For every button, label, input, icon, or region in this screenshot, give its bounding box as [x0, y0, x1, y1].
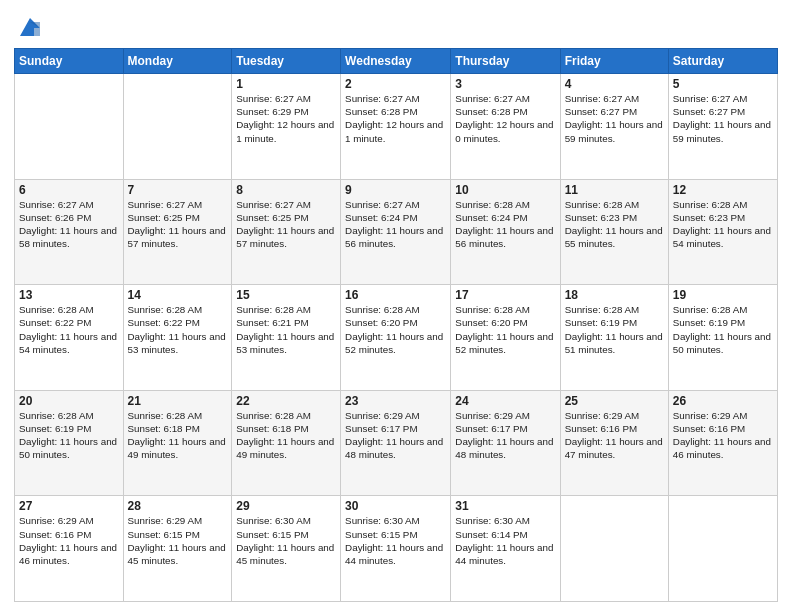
calendar-row-1: 6Sunrise: 6:27 AMSunset: 6:26 PMDaylight…	[15, 179, 778, 285]
day-number: 12	[673, 183, 773, 197]
day-info: Sunrise: 6:27 AMSunset: 6:25 PMDaylight:…	[128, 198, 228, 251]
calendar-cell	[15, 74, 124, 180]
day-number: 24	[455, 394, 555, 408]
day-number: 26	[673, 394, 773, 408]
day-info: Sunrise: 6:28 AMSunset: 6:23 PMDaylight:…	[565, 198, 664, 251]
weekday-monday: Monday	[123, 49, 232, 74]
calendar-cell: 26Sunrise: 6:29 AMSunset: 6:16 PMDayligh…	[668, 390, 777, 496]
day-number: 14	[128, 288, 228, 302]
calendar-cell: 6Sunrise: 6:27 AMSunset: 6:26 PMDaylight…	[15, 179, 124, 285]
weekday-sunday: Sunday	[15, 49, 124, 74]
day-number: 11	[565, 183, 664, 197]
day-info: Sunrise: 6:28 AMSunset: 6:24 PMDaylight:…	[455, 198, 555, 251]
day-number: 3	[455, 77, 555, 91]
calendar-cell: 3Sunrise: 6:27 AMSunset: 6:28 PMDaylight…	[451, 74, 560, 180]
calendar-cell: 20Sunrise: 6:28 AMSunset: 6:19 PMDayligh…	[15, 390, 124, 496]
calendar-cell: 1Sunrise: 6:27 AMSunset: 6:29 PMDaylight…	[232, 74, 341, 180]
weekday-saturday: Saturday	[668, 49, 777, 74]
day-info: Sunrise: 6:28 AMSunset: 6:19 PMDaylight:…	[565, 303, 664, 356]
calendar-cell: 2Sunrise: 6:27 AMSunset: 6:28 PMDaylight…	[341, 74, 451, 180]
day-number: 10	[455, 183, 555, 197]
day-info: Sunrise: 6:28 AMSunset: 6:23 PMDaylight:…	[673, 198, 773, 251]
day-number: 30	[345, 499, 446, 513]
day-number: 15	[236, 288, 336, 302]
calendar-cell: 18Sunrise: 6:28 AMSunset: 6:19 PMDayligh…	[560, 285, 668, 391]
calendar-cell: 8Sunrise: 6:27 AMSunset: 6:25 PMDaylight…	[232, 179, 341, 285]
calendar-cell	[560, 496, 668, 602]
day-number: 21	[128, 394, 228, 408]
day-number: 4	[565, 77, 664, 91]
calendar-cell: 17Sunrise: 6:28 AMSunset: 6:20 PMDayligh…	[451, 285, 560, 391]
day-info: Sunrise: 6:27 AMSunset: 6:24 PMDaylight:…	[345, 198, 446, 251]
header	[14, 10, 778, 42]
calendar-cell: 5Sunrise: 6:27 AMSunset: 6:27 PMDaylight…	[668, 74, 777, 180]
day-info: Sunrise: 6:28 AMSunset: 6:22 PMDaylight:…	[128, 303, 228, 356]
day-info: Sunrise: 6:29 AMSunset: 6:16 PMDaylight:…	[673, 409, 773, 462]
day-info: Sunrise: 6:27 AMSunset: 6:28 PMDaylight:…	[455, 92, 555, 145]
day-info: Sunrise: 6:27 AMSunset: 6:27 PMDaylight:…	[673, 92, 773, 145]
day-info: Sunrise: 6:27 AMSunset: 6:26 PMDaylight:…	[19, 198, 119, 251]
weekday-friday: Friday	[560, 49, 668, 74]
day-info: Sunrise: 6:30 AMSunset: 6:14 PMDaylight:…	[455, 514, 555, 567]
day-number: 16	[345, 288, 446, 302]
calendar-cell	[123, 74, 232, 180]
calendar-cell: 29Sunrise: 6:30 AMSunset: 6:15 PMDayligh…	[232, 496, 341, 602]
calendar-row-4: 27Sunrise: 6:29 AMSunset: 6:16 PMDayligh…	[15, 496, 778, 602]
day-info: Sunrise: 6:27 AMSunset: 6:27 PMDaylight:…	[565, 92, 664, 145]
logo	[14, 14, 44, 42]
calendar-cell: 12Sunrise: 6:28 AMSunset: 6:23 PMDayligh…	[668, 179, 777, 285]
day-number: 22	[236, 394, 336, 408]
weekday-thursday: Thursday	[451, 49, 560, 74]
calendar-cell: 30Sunrise: 6:30 AMSunset: 6:15 PMDayligh…	[341, 496, 451, 602]
calendar-cell: 13Sunrise: 6:28 AMSunset: 6:22 PMDayligh…	[15, 285, 124, 391]
day-info: Sunrise: 6:27 AMSunset: 6:28 PMDaylight:…	[345, 92, 446, 145]
day-number: 5	[673, 77, 773, 91]
day-info: Sunrise: 6:29 AMSunset: 6:17 PMDaylight:…	[455, 409, 555, 462]
day-number: 17	[455, 288, 555, 302]
day-number: 13	[19, 288, 119, 302]
day-number: 27	[19, 499, 119, 513]
day-info: Sunrise: 6:29 AMSunset: 6:17 PMDaylight:…	[345, 409, 446, 462]
logo-icon	[16, 14, 44, 42]
day-number: 1	[236, 77, 336, 91]
day-number: 18	[565, 288, 664, 302]
day-info: Sunrise: 6:28 AMSunset: 6:18 PMDaylight:…	[236, 409, 336, 462]
calendar-cell: 21Sunrise: 6:28 AMSunset: 6:18 PMDayligh…	[123, 390, 232, 496]
calendar-table: SundayMondayTuesdayWednesdayThursdayFrid…	[14, 48, 778, 602]
calendar-cell: 4Sunrise: 6:27 AMSunset: 6:27 PMDaylight…	[560, 74, 668, 180]
calendar-cell: 25Sunrise: 6:29 AMSunset: 6:16 PMDayligh…	[560, 390, 668, 496]
day-info: Sunrise: 6:27 AMSunset: 6:25 PMDaylight:…	[236, 198, 336, 251]
day-info: Sunrise: 6:30 AMSunset: 6:15 PMDaylight:…	[236, 514, 336, 567]
day-number: 25	[565, 394, 664, 408]
day-number: 8	[236, 183, 336, 197]
day-number: 23	[345, 394, 446, 408]
weekday-wednesday: Wednesday	[341, 49, 451, 74]
day-number: 2	[345, 77, 446, 91]
day-info: Sunrise: 6:29 AMSunset: 6:16 PMDaylight:…	[19, 514, 119, 567]
calendar-row-3: 20Sunrise: 6:28 AMSunset: 6:19 PMDayligh…	[15, 390, 778, 496]
day-info: Sunrise: 6:28 AMSunset: 6:19 PMDaylight:…	[673, 303, 773, 356]
day-info: Sunrise: 6:27 AMSunset: 6:29 PMDaylight:…	[236, 92, 336, 145]
calendar-cell: 14Sunrise: 6:28 AMSunset: 6:22 PMDayligh…	[123, 285, 232, 391]
calendar-cell: 27Sunrise: 6:29 AMSunset: 6:16 PMDayligh…	[15, 496, 124, 602]
day-info: Sunrise: 6:28 AMSunset: 6:21 PMDaylight:…	[236, 303, 336, 356]
day-info: Sunrise: 6:29 AMSunset: 6:16 PMDaylight:…	[565, 409, 664, 462]
calendar-cell	[668, 496, 777, 602]
day-info: Sunrise: 6:28 AMSunset: 6:20 PMDaylight:…	[455, 303, 555, 356]
calendar-cell: 11Sunrise: 6:28 AMSunset: 6:23 PMDayligh…	[560, 179, 668, 285]
calendar-cell: 28Sunrise: 6:29 AMSunset: 6:15 PMDayligh…	[123, 496, 232, 602]
calendar-cell: 10Sunrise: 6:28 AMSunset: 6:24 PMDayligh…	[451, 179, 560, 285]
calendar-cell: 24Sunrise: 6:29 AMSunset: 6:17 PMDayligh…	[451, 390, 560, 496]
day-info: Sunrise: 6:29 AMSunset: 6:15 PMDaylight:…	[128, 514, 228, 567]
calendar-cell: 23Sunrise: 6:29 AMSunset: 6:17 PMDayligh…	[341, 390, 451, 496]
day-number: 7	[128, 183, 228, 197]
calendar-row-2: 13Sunrise: 6:28 AMSunset: 6:22 PMDayligh…	[15, 285, 778, 391]
calendar-cell: 31Sunrise: 6:30 AMSunset: 6:14 PMDayligh…	[451, 496, 560, 602]
calendar-cell: 9Sunrise: 6:27 AMSunset: 6:24 PMDaylight…	[341, 179, 451, 285]
calendar-cell: 16Sunrise: 6:28 AMSunset: 6:20 PMDayligh…	[341, 285, 451, 391]
day-info: Sunrise: 6:28 AMSunset: 6:20 PMDaylight:…	[345, 303, 446, 356]
day-number: 9	[345, 183, 446, 197]
day-info: Sunrise: 6:28 AMSunset: 6:18 PMDaylight:…	[128, 409, 228, 462]
day-info: Sunrise: 6:28 AMSunset: 6:22 PMDaylight:…	[19, 303, 119, 356]
day-number: 6	[19, 183, 119, 197]
